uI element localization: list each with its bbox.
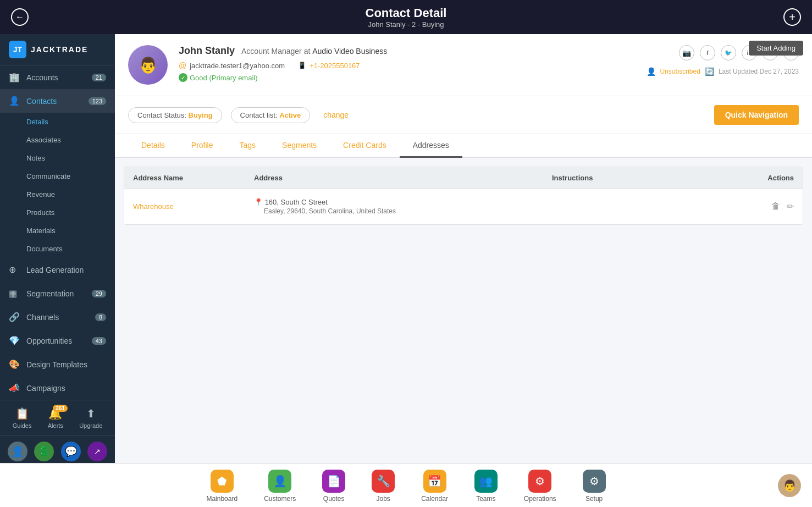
sidebar-sub-documents[interactable]: Documents (0, 240, 115, 258)
sidebar-item-opportunities[interactable]: 💎 Opportunities 43 (0, 329, 115, 352)
accounts-badge: 21 (92, 74, 106, 81)
segmentation-label: Segmentation (26, 289, 74, 298)
nav-calendar[interactable]: 📅 Calendar (408, 464, 461, 507)
quick-navigation-button[interactable]: Quick Navigation (714, 105, 799, 125)
guides-icon: 📋 (15, 407, 29, 420)
sidebar-sub-communicate[interactable]: Communicate (0, 167, 115, 185)
contact-list-pill: Contact list: Active (231, 107, 311, 123)
calendar-label: Calendar (421, 495, 448, 503)
delete-icon[interactable]: 🗑 (771, 201, 780, 212)
sidebar-sub-materials[interactable]: Materials (0, 222, 115, 240)
sidebar-item-accounts[interactable]: 🏢 Accounts 21 (0, 65, 115, 89)
unsub-icon: 👤 (647, 67, 656, 76)
sidebar-sub-products[interactable]: Products (0, 203, 115, 222)
alerts-button[interactable]: 🔔 261 Alerts (48, 407, 63, 429)
sidebar-icon-row: 👤 💲 💬 ↗ (0, 436, 115, 463)
upgrade-label: Upgrade (79, 422, 102, 429)
add-button[interactable]: + (783, 8, 801, 26)
col-actions: Actions (706, 174, 794, 182)
share-icon[interactable]: ↗ (87, 442, 107, 461)
jobs-icon: 🔧 (372, 470, 395, 493)
contact-name-row: John Stanly Account Manager at Audio Vid… (179, 45, 636, 57)
upgrade-icon: ⬆ (86, 407, 96, 420)
nav-teams[interactable]: 👥 Teams (461, 464, 511, 507)
nav-customers[interactable]: 👤 Customers (251, 464, 309, 507)
tab-addresses[interactable]: Addresses (400, 134, 462, 158)
mainboard-label: Mainboard (206, 495, 237, 503)
sidebar-item-design-templates[interactable]: 🎨 Design Templates (0, 352, 115, 376)
logo-text: JACKTRADE (31, 45, 88, 54)
sidebar-item-segmentation[interactable]: ▦ Segmentation 29 (0, 282, 115, 305)
unsub-row: 👤 Unsubscribed 🔄 Last Updated Dec 27, 20… (647, 67, 799, 76)
tab-credit-cards[interactable]: Credit Cards (330, 134, 400, 158)
bottom-nav: ⬟ Mainboard 👤 Customers 📄 Quotes 🔧 Jobs … (0, 463, 812, 507)
operations-icon: ⚙ (528, 470, 551, 493)
sidebar-sub-details[interactable]: Details (0, 113, 115, 131)
user-avatar[interactable]: 👨 (778, 474, 801, 497)
nav-operations[interactable]: ⚙ Operations (511, 464, 570, 507)
accounts-icon: 🏢 (9, 72, 21, 82)
channels-label: Channels (26, 313, 59, 322)
edit-icon[interactable]: ✏ (787, 201, 794, 212)
nav-setup[interactable]: ⚙ Setup (570, 464, 619, 507)
guides-button[interactable]: 📋 Guides (13, 407, 32, 429)
setup-label: Setup (585, 495, 603, 503)
design-templates-icon: 🎨 (9, 359, 21, 370)
contact-list-value: Active (279, 111, 301, 119)
addresses-table: Address Name Address Instructions Action… (124, 167, 803, 225)
sidebar-item-channels[interactable]: 🔗 Channels 8 (0, 305, 115, 329)
tab-profile[interactable]: Profile (178, 134, 227, 158)
sidebar-item-campaigns[interactable]: 📣 Campaigns (0, 376, 115, 400)
tab-details[interactable]: Details (128, 134, 178, 158)
back-button[interactable]: ← (11, 8, 29, 26)
chat-icon[interactable]: 💬 (61, 442, 81, 461)
nav-mainboard[interactable]: ⬟ Mainboard (193, 464, 251, 507)
customers-icon: 👤 (268, 470, 291, 493)
facebook-icon[interactable]: f (700, 45, 715, 60)
change-link[interactable]: change (323, 111, 349, 119)
contact-name: John Stanly (179, 45, 235, 57)
action-bar: Contact Status: Buying Contact list: Act… (115, 96, 812, 134)
page-subtitle: John Stanly - 2 - Buying (366, 20, 447, 29)
operations-label: Operations (524, 495, 556, 503)
dollar-icon[interactable]: 💲 (34, 442, 54, 461)
address-line2: Easley, 29640, South Carolina, United St… (254, 207, 552, 215)
tab-segments[interactable]: Segments (269, 134, 330, 158)
nav-quotes[interactable]: 📄 Quotes (309, 464, 358, 507)
address-name-cell[interactable]: Wharehouse (133, 202, 254, 211)
sidebar-item-lead-generation[interactable]: ⊕ Lead Generation (0, 258, 115, 282)
jobs-label: Jobs (376, 495, 390, 503)
header-title-block: Contact Detail John Stanly - 2 - Buying (366, 6, 447, 29)
contacts-label: Contacts (26, 97, 57, 106)
sidebar-sub-revenue[interactable]: Revenue (0, 185, 115, 203)
logo-icon: JT (9, 41, 26, 58)
segmentation-badge: 29 (92, 290, 106, 297)
guides-label: Guides (13, 422, 32, 429)
sidebar: JT JACKTRADE 🏢 Accounts 21 👤 Contacts 12… (0, 34, 115, 463)
sidebar-sub-associates[interactable]: Associates (0, 131, 115, 149)
people-icon[interactable]: 👤 (8, 442, 27, 461)
sidebar-item-contacts[interactable]: 👤 Contacts 123 (0, 89, 115, 113)
contact-status-pill: Contact Status: Buying (128, 107, 222, 123)
twitter-icon[interactable]: 🐦 (721, 45, 736, 60)
tab-tags[interactable]: Tags (226, 134, 269, 158)
quotes-icon: 📄 (322, 470, 345, 493)
actions-cell: 🗑 ✏ (706, 201, 794, 212)
avatar-image: 👨 (128, 45, 168, 85)
opportunities-badge: 43 (92, 337, 106, 345)
col-address-name: Address Name (133, 174, 254, 182)
start-adding-button[interactable]: Start Adding (749, 41, 803, 56)
sidebar-bottom-actions: 📋 Guides 🔔 261 Alerts ⬆ Upgrade (0, 400, 115, 436)
lead-gen-icon: ⊕ (9, 264, 21, 275)
avatar: 👨 (128, 45, 168, 85)
design-templates-label: Design Templates (26, 360, 87, 369)
contacts-badge: 123 (89, 97, 106, 105)
table-row: Wharehouse 📍 160, South C Street Easley,… (124, 189, 803, 224)
segmentation-icon: ▦ (9, 288, 21, 299)
instagram-icon[interactable]: 📷 (679, 45, 694, 60)
nav-jobs[interactable]: 🔧 Jobs (358, 464, 408, 507)
upgrade-button[interactable]: ⬆ Upgrade (79, 407, 102, 429)
mainboard-icon: ⬟ (211, 470, 234, 493)
opportunities-label: Opportunities (26, 337, 72, 345)
sidebar-sub-notes[interactable]: Notes (0, 149, 115, 167)
